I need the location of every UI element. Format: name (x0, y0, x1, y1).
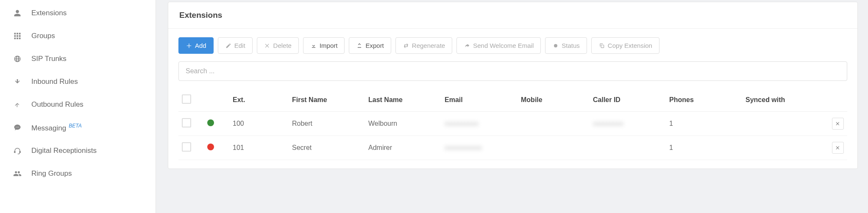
svg-rect-4 (17, 35, 18, 37)
globe-icon (13, 54, 22, 64)
cell-email: xxxxxxxxxx (441, 112, 517, 136)
cell-phones: 1 (666, 136, 742, 160)
cell-first-name: Secret (289, 136, 365, 160)
share-icon (464, 42, 470, 49)
cell-email: xxxxxxxxxxx (441, 136, 517, 160)
sidebar-label: Groups (31, 32, 55, 40)
th-email[interactable]: Email (441, 89, 517, 112)
svg-rect-2 (19, 33, 21, 35)
cell-synced-with (742, 112, 826, 136)
delete-button[interactable]: Delete (257, 37, 299, 54)
sidebar-label: Outbound Rules (31, 100, 83, 109)
circle-icon (552, 42, 559, 49)
beta-badge: BETA (69, 123, 81, 129)
sidebar-label: MessagingBETA (31, 123, 82, 133)
cell-mobile (517, 136, 590, 160)
toolbar: Add Edit Delete Import Export Regenerate (168, 29, 857, 61)
svg-rect-10 (601, 45, 604, 47)
retweet-icon (403, 42, 409, 49)
sidebar-item-digital-receptionists[interactable]: Digital Receptionists (0, 139, 156, 162)
th-ext[interactable]: Ext. (229, 89, 289, 112)
status-indicator (207, 144, 214, 150)
arrow-up-icon (13, 100, 22, 109)
cell-ext: 100 (229, 112, 289, 136)
sidebar-item-messaging[interactable]: MessagingBETA (0, 116, 156, 139)
copy-icon (598, 42, 605, 49)
headset-icon (13, 146, 22, 155)
svg-rect-6 (14, 38, 16, 39)
sidebar-item-outbound-rules[interactable]: Outbound Rules (0, 93, 156, 116)
chat-icon (13, 123, 22, 132)
th-last-name[interactable]: Last Name (365, 89, 441, 112)
add-button[interactable]: Add (178, 37, 214, 54)
upload-icon (356, 42, 363, 49)
svg-rect-5 (19, 35, 21, 37)
extensions-table-container: Ext. First Name Last Name Email Mobile C… (168, 89, 857, 169)
cell-caller-id: xxxxxxxxx (590, 112, 666, 136)
status-indicator (207, 119, 214, 126)
svg-rect-0 (14, 33, 16, 35)
x-icon (264, 42, 271, 49)
cell-caller-id (590, 136, 666, 160)
plus-icon (186, 42, 192, 49)
sidebar-label: Ring Groups (31, 169, 72, 178)
sidebar-label: Extensions (31, 9, 67, 17)
copy-extension-button[interactable]: Copy Extension (591, 37, 659, 54)
main-content: Extensions Add Edit Delete Import Export (156, 0, 868, 213)
arrow-down-icon (13, 77, 22, 86)
th-mobile[interactable]: Mobile (517, 89, 590, 112)
sidebar-item-groups[interactable]: Groups (0, 25, 156, 47)
table-row[interactable]: 101 Secret Admirer xxxxxxxxxxx 1 (178, 136, 847, 160)
select-all-checkbox[interactable] (182, 94, 191, 104)
cell-last-name: Admirer (365, 136, 441, 160)
search-container (168, 61, 857, 89)
send-welcome-button[interactable]: Send Welcome Email (456, 37, 541, 54)
cell-first-name: Robert (289, 112, 365, 136)
th-caller-id[interactable]: Caller ID (590, 89, 666, 112)
cell-mobile (517, 112, 590, 136)
cell-synced-with (742, 136, 826, 160)
svg-rect-8 (19, 38, 21, 39)
export-button[interactable]: Export (349, 37, 391, 54)
pencil-icon (225, 42, 232, 49)
row-checkbox[interactable] (182, 142, 191, 152)
status-button[interactable]: Status (545, 37, 587, 54)
th-phones[interactable]: Phones (666, 89, 742, 112)
sidebar-item-inbound-rules[interactable]: Inbound Rules (0, 70, 156, 93)
sidebar-item-sip-trunks[interactable]: SIP Trunks (0, 47, 156, 70)
download-icon (310, 42, 317, 49)
sidebar: Extensions Groups SIP Trunks Inbound Rul… (0, 0, 156, 213)
table-row[interactable]: 100 Robert Welbourn xxxxxxxxxx xxxxxxxxx… (178, 112, 847, 136)
extensions-table: Ext. First Name Last Name Email Mobile C… (178, 89, 847, 160)
delete-row-button[interactable] (832, 142, 844, 154)
user-icon (13, 8, 22, 18)
sidebar-item-ring-groups[interactable]: Ring Groups (0, 162, 156, 185)
grid-icon (13, 31, 22, 41)
row-checkbox[interactable] (182, 118, 191, 127)
svg-rect-1 (17, 33, 18, 35)
sidebar-item-extensions[interactable]: Extensions (0, 2, 156, 25)
edit-button[interactable]: Edit (218, 37, 253, 54)
extensions-panel: Extensions Add Edit Delete Import Export (168, 2, 858, 169)
sidebar-label: Inbound Rules (31, 77, 78, 86)
svg-rect-7 (17, 38, 18, 39)
th-synced-with[interactable]: Synced with (742, 89, 826, 112)
cell-ext: 101 (229, 136, 289, 160)
cell-phones: 1 (666, 112, 742, 136)
search-input[interactable] (178, 61, 847, 81)
cell-last-name: Welbourn (365, 112, 441, 136)
delete-row-button[interactable] (832, 118, 844, 130)
import-button[interactable]: Import (303, 37, 345, 54)
users-icon (13, 169, 22, 178)
regenerate-button[interactable]: Regenerate (395, 37, 452, 54)
sidebar-label: SIP Trunks (31, 55, 67, 63)
panel-header: Extensions (168, 2, 857, 29)
th-first-name[interactable]: First Name (289, 89, 365, 112)
svg-rect-3 (14, 35, 16, 37)
sidebar-label: Digital Receptionists (31, 147, 97, 155)
svg-point-9 (554, 44, 557, 47)
panel-title: Extensions (179, 11, 846, 20)
